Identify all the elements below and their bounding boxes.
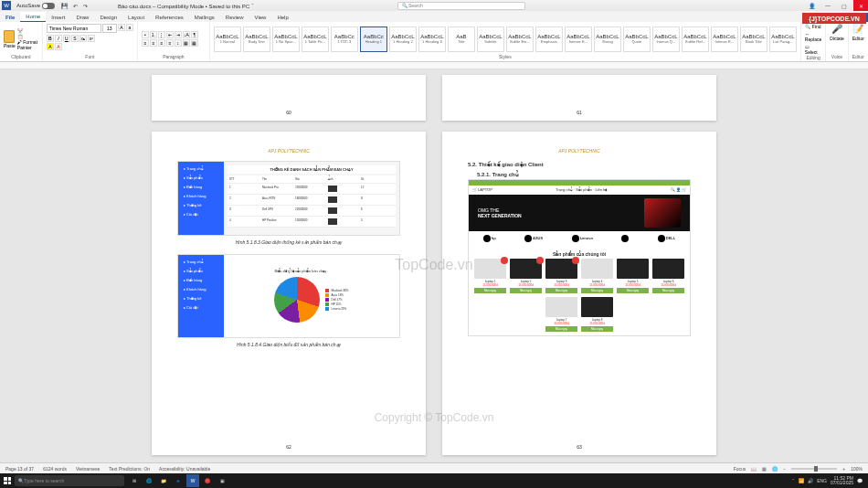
font-name-input[interactable] (47, 24, 101, 33)
zoom-level[interactable]: 100% (851, 466, 863, 472)
indent-left-icon[interactable]: ⇤ (166, 31, 174, 38)
style-emphasis[interactable]: AaBbCcLEmphasis (535, 27, 563, 52)
strike-button[interactable]: S (71, 35, 79, 42)
word-count[interactable]: 6124 words (43, 466, 67, 472)
language-indicator[interactable]: Vietnamese (76, 466, 100, 472)
tab-file[interactable]: File (0, 13, 20, 22)
chrome-icon[interactable]: 🔴 (201, 474, 214, 487)
line-spacing-icon[interactable]: ↕ (175, 39, 182, 47)
align-left-icon[interactable]: ≡ (142, 39, 149, 47)
justify-icon[interactable]: ≡ (166, 39, 174, 47)
underline-button[interactable]: U (63, 35, 70, 42)
style-intense-q-[interactable]: AaBbCcLIntense Q... (652, 27, 680, 52)
autosave-toggle[interactable]: AutoSave (13, 3, 58, 9)
font-color-button[interactable]: A (55, 43, 62, 50)
document-area[interactable]: TopCode.vn Copyright © TopCode.vn 60 APJ… (0, 69, 868, 461)
style-intense-e-[interactable]: AaBbCcLIntense E... (565, 27, 592, 52)
print-layout-icon[interactable]: ▦ (762, 466, 767, 472)
bullets-icon[interactable]: • (142, 31, 149, 38)
style-subtle-em-[interactable]: AaBbCcLSubtle Em... (506, 27, 534, 52)
style-strong[interactable]: AaBbCcLStrong (594, 27, 621, 52)
taskbar-search[interactable]: 🔍 Type here to search (15, 475, 124, 486)
style-1-heading-2[interactable]: AaBbCcL1 Heading 2 (389, 27, 417, 52)
align-right-icon[interactable]: ≡ (158, 39, 165, 47)
style-1-no-spac-[interactable]: AaBbCcL1 No Spac... (272, 27, 300, 52)
sort-icon[interactable]: ↓A (183, 31, 190, 38)
grow-font-icon[interactable]: A (118, 24, 125, 31)
task-view-icon[interactable]: ⊞ (128, 474, 141, 487)
format-painter[interactable]: ✂️📋🖌 Format Painter (17, 28, 38, 50)
find-button[interactable]: 🔍 Find (805, 24, 820, 29)
tab-help[interactable]: Help (271, 13, 293, 22)
tab-layout[interactable]: Layout (122, 13, 150, 22)
bold-button[interactable]: B (47, 35, 54, 42)
style-list-parag-[interactable]: AaBbCcLList Parag... (769, 27, 797, 52)
save-icon[interactable]: 💾 (61, 3, 68, 9)
tab-view[interactable]: View (249, 13, 271, 22)
tab-draw[interactable]: Draw (70, 13, 94, 22)
tab-references[interactable]: References (150, 13, 189, 22)
show-marks-icon[interactable]: ¶ (191, 31, 198, 38)
search-box[interactable]: 🔍 Search (397, 2, 525, 10)
focus-mode[interactable]: Focus (734, 466, 746, 472)
zoom-in-icon[interactable]: + (842, 466, 845, 472)
notifications-icon[interactable]: 💬 (857, 478, 863, 483)
explorer-icon[interactable]: 📁 (157, 474, 170, 487)
style-title[interactable]: AaBTitle (448, 27, 475, 52)
minimize-button[interactable]: — (820, 0, 835, 11)
close-button[interactable]: ✕ (853, 0, 868, 11)
style-subtitle[interactable]: AaBbCcLSubtitle (477, 27, 504, 52)
style-1-toc-3[interactable]: AaBbCc1 TOC 3 (331, 27, 358, 52)
style-1-table-pa-[interactable]: AaBbCcL1 Table Pa... (302, 27, 329, 52)
tab-insert[interactable]: Insert (46, 13, 70, 22)
italic-button[interactable]: I (55, 35, 62, 42)
multilevel-icon[interactable]: ⋮ (158, 31, 165, 38)
tab-review[interactable]: Review (220, 13, 249, 22)
tab-mailings[interactable]: Mailings (189, 13, 220, 22)
sub-button[interactable]: x₂ (79, 35, 87, 42)
editor-icon[interactable]: 📝 (852, 24, 863, 34)
zoom-slider[interactable] (791, 468, 837, 470)
clock[interactable]: 11:52 PM 07/01/2025 (831, 476, 853, 485)
edge-icon[interactable]: 🌐 (143, 474, 155, 487)
terminal-icon[interactable]: ▣ (216, 474, 228, 487)
style-intense-r-[interactable]: AaBbCcLIntense R... (711, 27, 738, 52)
account-icon[interactable]: 👤 (804, 0, 819, 11)
paste-button[interactable]: Paste (4, 26, 16, 53)
replace-button[interactable]: ↔ Replace (805, 31, 821, 42)
language-tray[interactable]: ENG (817, 478, 827, 483)
sup-button[interactable]: x² (88, 35, 95, 42)
style-1-normal[interactable]: AaBbCcL1 Normal (214, 27, 241, 52)
style-subtle-ref-[interactable]: AaBbCcLSubtle Ref... (682, 27, 709, 52)
numbering-icon[interactable]: 1. (150, 31, 157, 38)
volume-icon[interactable]: 🔊 (808, 478, 813, 483)
ruler[interactable] (0, 62, 868, 69)
indent-right-icon[interactable]: ⇥ (175, 31, 182, 38)
undo-icon[interactable]: ↶ (73, 3, 78, 9)
style-quote[interactable]: AaBbCcLQuote (623, 27, 651, 52)
page-indicator[interactable]: Page 13 of 37 (5, 466, 34, 472)
style-book-title[interactable]: AaBbCcLBook Title (740, 27, 767, 52)
redo-icon[interactable]: ↷ (83, 3, 88, 9)
select-button[interactable]: ▭ Select (805, 44, 821, 55)
style-body-text[interactable]: AaBbCcLBody Text (243, 27, 270, 52)
borders-icon[interactable]: ▦ (191, 39, 198, 47)
web-layout-icon[interactable]: 🌐 (772, 466, 778, 472)
accessibility-status[interactable]: Accessibility: Unavailable (159, 466, 210, 472)
tray-chevron-icon[interactable]: ˄ (792, 478, 795, 483)
start-button[interactable] (0, 473, 15, 488)
align-center-icon[interactable]: ≡ (150, 39, 157, 47)
read-mode-icon[interactable]: 📖 (751, 466, 757, 472)
tab-home[interactable]: Home (20, 12, 46, 22)
shading-icon[interactable]: ▦ (183, 39, 190, 47)
text-predictions[interactable]: Text Predictions: On (109, 466, 150, 472)
word-taskbar-icon[interactable]: W (186, 474, 199, 487)
vscode-icon[interactable]: ◈ (172, 474, 185, 487)
tab-design[interactable]: Design (94, 13, 122, 22)
zoom-out-icon[interactable]: − (783, 466, 786, 472)
maximize-button[interactable]: ▢ (837, 0, 852, 11)
dictate-icon[interactable]: 🎤 (831, 24, 842, 34)
font-size-input[interactable] (102, 24, 117, 33)
style-heading-1[interactable]: AaBbCcHeading 1 (360, 27, 387, 52)
style-1-heading-3[interactable]: AaBbCcL1 Heading 3 (418, 27, 446, 52)
